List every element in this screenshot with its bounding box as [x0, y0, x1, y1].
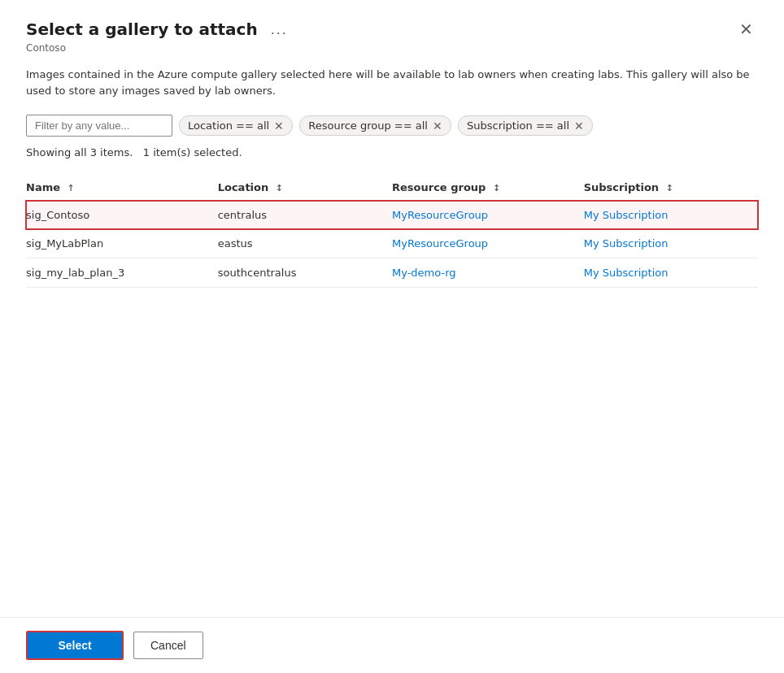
cell-name: sig_MyLabPlan [26, 229, 218, 258]
filter-chip-resource-group-remove[interactable]: ✕ [433, 120, 442, 132]
showing-text: Showing all 3 items. 1 item(s) selected. [26, 146, 758, 158]
subtitle: Contoso [26, 42, 758, 54]
dialog-title: Select a gallery to attach [26, 20, 258, 39]
table-row[interactable]: sig_my_lab_plan_3southcentralusMy-demo-r… [26, 258, 758, 288]
cell-resource-group[interactable]: MyResourceGroup [392, 201, 584, 230]
col-header-resource-group[interactable]: Resource group ↕ [392, 175, 584, 201]
dialog: Select a gallery to attach ... ✕ Contoso… [0, 0, 784, 673]
cell-resource-group[interactable]: MyResourceGroup [392, 229, 584, 258]
table-row[interactable]: sig_ContosocentralusMyResourceGroupMy Su… [26, 201, 758, 230]
description-text: Images contained in the Azure compute ga… [26, 67, 758, 98]
cell-location: centralus [218, 201, 392, 230]
filter-chip-location-label: Location == all [188, 119, 269, 132]
cell-subscription[interactable]: My Subscription [584, 229, 758, 258]
cell-subscription[interactable]: My Subscription [584, 201, 758, 230]
filter-chip-resource-group-label: Resource group == all [308, 119, 428, 132]
title-area: Select a gallery to attach ... [26, 20, 291, 39]
filter-chip-subscription: Subscription == all ✕ [458, 115, 593, 136]
selected-count: 1 item(s) selected. [143, 146, 242, 158]
select-button[interactable]: Select [26, 631, 124, 660]
cell-name: sig_Contoso [26, 201, 218, 230]
filter-chip-location: Location == all ✕ [179, 115, 293, 136]
col-header-location[interactable]: Location ↕ [218, 175, 392, 201]
filter-row: Location == all ✕ Resource group == all … [26, 115, 758, 137]
sort-icon-location: ↕ [276, 183, 283, 193]
cell-resource-group[interactable]: My-demo-rg [392, 258, 584, 288]
sort-icon-name: ↑ [68, 183, 75, 193]
cell-location: eastus [218, 229, 392, 258]
header-row: Select a gallery to attach ... ✕ [26, 20, 758, 39]
filter-input[interactable] [26, 115, 172, 137]
footer: Select Cancel [0, 617, 784, 673]
cell-name: sig_my_lab_plan_3 [26, 258, 218, 288]
table-header-row: Name ↑ Location ↕ Resource group ↕ Subsc… [26, 175, 758, 201]
cell-location: southcentralus [218, 258, 392, 288]
filter-chip-subscription-label: Subscription == all [467, 119, 569, 132]
showing-count: Showing all 3 items. [26, 146, 133, 158]
filter-chip-location-remove[interactable]: ✕ [274, 120, 284, 132]
table-row[interactable]: sig_MyLabPlaneastusMyResourceGroupMy Sub… [26, 229, 758, 258]
sort-icon-subscription: ↕ [666, 183, 673, 193]
gallery-table: Name ↑ Location ↕ Resource group ↕ Subsc… [26, 175, 758, 288]
ellipsis-button[interactable]: ... [268, 20, 291, 38]
col-header-subscription[interactable]: Subscription ↕ [584, 175, 758, 201]
cancel-button[interactable]: Cancel [133, 632, 203, 659]
filter-chip-resource-group: Resource group == all ✕ [299, 115, 451, 136]
cell-subscription[interactable]: My Subscription [584, 258, 758, 288]
filter-chip-subscription-remove[interactable]: ✕ [574, 120, 584, 132]
close-button[interactable]: ✕ [734, 20, 758, 39]
sort-icon-resource-group: ↕ [493, 183, 500, 193]
col-header-name[interactable]: Name ↑ [26, 175, 218, 201]
